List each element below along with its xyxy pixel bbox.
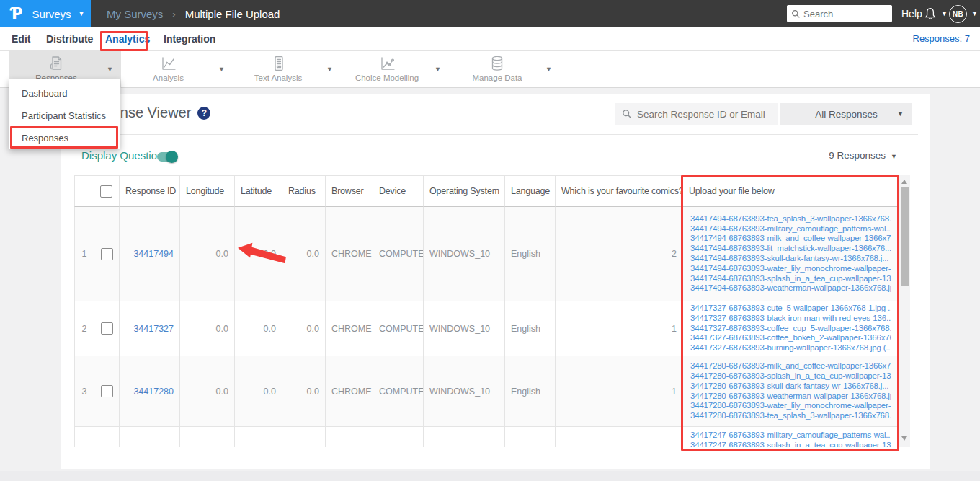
uploaded-file-link[interactable]: 34417494-68763893-weatherman-wallpaper-1… [690,283,891,294]
uploaded-file-link[interactable]: 34417494-68763893-military_camouflage_pa… [690,224,891,234]
responses-table: Response ID▲LongitudeLatitudeRadiusBrows… [74,175,910,447]
tab-integration[interactable]: Integration [164,27,215,50]
table-header-row: Response ID▲LongitudeLatitudeRadiusBrows… [74,175,899,207]
uploaded-file-link[interactable]: 34417280-68763893-tea_splash_3-wallpaper… [690,411,891,421]
cell-radius: 0.0 [282,356,326,427]
uploaded-file-link[interactable]: 34417280-68763893-skull-dark-fantasy-wr-… [690,381,891,392]
uploaded-file-link[interactable]: 34417327-68763893-burning-wallpaper-1366… [690,343,891,353]
column-header-label: Radius [288,186,316,196]
toolbar-text-analysis[interactable]: Text Analysis ▼ [233,51,341,88]
user-menu[interactable]: NB ▼ [949,0,978,27]
select-all-checkbox-cell[interactable] [94,175,120,207]
product-label: Surveys [32,8,71,20]
cell-longitude: 0.0 [180,301,235,356]
responses-count-badge[interactable]: Responses: 7 [913,27,971,50]
response-viewer-panel: Response Viewer ? All Responses ▼ Displa… [61,94,930,469]
global-search[interactable] [787,5,892,22]
help-circle-icon[interactable]: ? [197,107,210,120]
vertical-scrollbar[interactable] [899,175,910,447]
cell-browser [326,427,373,447]
uploaded-file-link[interactable]: 34417280-68763893-weatherman-wallpaper-1… [690,392,891,402]
uploaded-file-link[interactable]: 34417280-68763893-milk_and_coffee-wallpa… [690,361,891,371]
column-header-label: Device [379,186,406,196]
uploaded-file-link[interactable]: 34417327-68763893-cute_5-wallpaper-1366x… [690,304,891,314]
breadcrumb-my-surveys[interactable]: My Surveys [107,8,163,20]
select-all-checkbox[interactable] [100,185,112,198]
chevron-down-icon: ▼ [218,66,225,73]
column-header-longitude[interactable]: Longitude [180,175,235,207]
scroll-up-icon[interactable] [901,180,907,184]
column-header-browser[interactable]: Browser [326,175,373,207]
uploaded-file-link[interactable]: 34417327-68763893-coffee_cup_5-wallpaper… [690,324,891,334]
column-header-latitude[interactable]: Latitude [235,175,282,207]
toolbar-choice-modelling[interactable]: Choice Modelling ▼ [342,51,449,88]
chevron-down-icon: ▼ [79,11,85,17]
row-checkbox[interactable] [101,385,113,397]
uploaded-file-link[interactable]: 34417494-68763893-milk_and_coffee-wallpa… [690,234,891,244]
uploaded-file-link[interactable]: 34417494-68763893-lit_matchstick-wallpap… [690,244,891,254]
vertical-scrollbar-thumb[interactable] [901,187,909,286]
column-header-response-id[interactable]: Response ID▲ [120,175,180,207]
response-id-link[interactable]: 34417280 [120,356,180,427]
toolbar-analysis[interactable]: Analysis ▼ [121,51,233,88]
global-search-input[interactable] [803,9,883,19]
uploaded-file-link[interactable]: 34417327-68763893-black-iron-man-with-re… [690,314,891,324]
notifications-menu[interactable]: ▼ [925,0,948,27]
response-search-input[interactable] [637,109,770,120]
row-checkbox[interactable] [101,322,113,335]
column-header-label: Which is your favourite comics? [561,186,683,196]
help-link[interactable]: Help [901,0,922,27]
row-checkbox[interactable] [101,248,113,260]
tab-distribute[interactable]: Distribute [46,27,93,50]
table-row: 3344172800.00.00.0CHROMECOMPUTERWINDOWS_… [74,356,899,427]
menu-item-participant-statistics[interactable]: Participant Statistics [9,105,120,127]
survey-nav-tabs: Edit Distribute Analytics Integration Re… [0,27,980,51]
column-header-language[interactable]: Language [505,175,556,207]
surveys-product-menu[interactable]: Ƥ Surveys ▼ [0,0,91,27]
responses-icon [48,53,65,72]
column-header-operating-system[interactable]: Operating System [424,175,505,207]
responses-count-dropdown[interactable]: 9 Responses▼ [811,150,897,161]
cell-latitude: 0.0 [235,356,282,427]
tab-analytics[interactable]: Analytics [105,27,150,50]
response-search[interactable] [615,103,778,125]
display-questions-toggle[interactable] [157,152,176,162]
scroll-down-icon[interactable] [901,436,907,441]
uploaded-file-link[interactable]: 34417494-68763893-skull-dark-fantasy-wr-… [690,254,891,264]
response-id-link[interactable]: 34417494 [120,207,180,301]
column-header-label: Operating System [429,186,499,196]
uploaded-file-link[interactable]: 34417327-68763893-coffee_bokeh_2-wallpap… [690,333,891,343]
uploaded-file-link[interactable]: 34417494-68763893-water_lily_monochrome-… [690,264,891,274]
cell-num [74,427,94,447]
table-body: 1344174940.00.00.0CHROMECOMPUTERWINDOWS_… [74,207,910,447]
cell-latitude [235,427,282,447]
upload-files-cell: 34417494-68763893-tea_splash_3-wallpaper… [683,207,899,301]
all-responses-filter[interactable]: All Responses ▼ [780,103,912,125]
checkbox-cell [94,301,120,356]
uploaded-file-link[interactable]: 34417494-68763893-splash_in_a_tea_cup-wa… [690,274,891,284]
cell-language [505,427,556,447]
uploaded-file-link[interactable]: 34417247-68763893-military_camouflage_pa… [690,431,891,441]
cell-language: English [505,301,556,356]
upload-files-cell: 34417280-68763893-milk_and_coffee-wallpa… [683,356,899,427]
uploaded-file-link[interactable]: 34417280-68763893-water_lily_monochrome-… [690,401,891,411]
search-icon [791,9,801,19]
toolbar-manage-data[interactable]: Manage Data ▼ [452,51,560,88]
uploaded-file-link[interactable]: 34417247-68763893-splash_in_a_tea_cup-wa… [690,441,891,447]
column-header-which-is-your-favourite-comics[interactable]: Which is your favourite comics? [556,175,683,207]
column-header-device[interactable]: Device [373,175,424,207]
column-header-label: Response ID [125,186,176,196]
display-questions-label: Display Questions [81,149,169,162]
menu-item-dashboard[interactable]: Dashboard [9,82,120,105]
column-header-upload-your-file-below[interactable]: Upload your file below [683,175,899,207]
toolbar-label: Text Analysis [254,74,302,82]
uploaded-file-link[interactable]: 34417280-68763893-splash_in_a_tea_cup-wa… [690,371,891,381]
response-id-link[interactable]: 34417327 [120,301,180,356]
filter-value: All Responses [815,109,877,120]
column-header-radius[interactable]: Radius [282,175,326,207]
uploaded-file-link[interactable]: 34417494-68763893-tea_splash_3-wallpaper… [690,214,891,224]
menu-item-responses[interactable]: Responses [9,127,120,149]
tab-edit[interactable]: Edit [12,27,30,50]
breadcrumb-survey-name: Multiple File Upload [185,8,280,20]
column-header-label: Latitude [241,186,272,196]
